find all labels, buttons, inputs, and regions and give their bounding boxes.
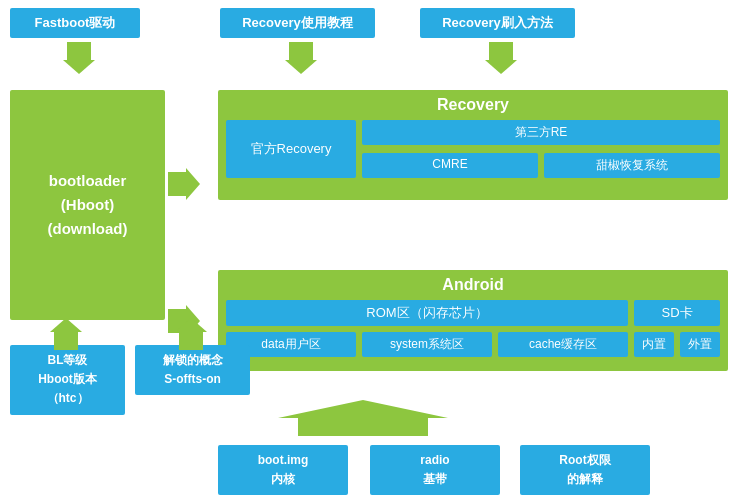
diagram: Fastboot驱动 Recovery使用教程 Recovery刷入方法 boo…	[0, 0, 742, 503]
recovery-title: Recovery	[226, 96, 720, 114]
arrow-flash-down	[485, 42, 517, 74]
wide-arrow-up	[278, 400, 448, 436]
android-section: Android ROM区（闪存芯片） data用户区 system系统区 cac…	[218, 270, 728, 371]
sweet-pepper-box: 甜椒恢复系统	[544, 153, 720, 178]
official-recovery-box: 官方Recovery	[226, 120, 356, 178]
download-label: (download)	[48, 217, 128, 241]
recovery-inner: 官方Recovery 第三方RE CMRE 甜椒恢复系统	[226, 120, 720, 178]
third-re-label: 第三方RE	[362, 120, 720, 145]
fastboot-button[interactable]: Fastboot驱动	[10, 8, 140, 38]
root-box[interactable]: Root权限 的解释	[520, 445, 650, 495]
arrow-bl-up	[50, 318, 82, 350]
recovery-tutorial-button[interactable]: Recovery使用教程	[220, 8, 375, 38]
bootloader-label: bootloader	[49, 169, 127, 193]
external-storage: 外置	[680, 332, 720, 357]
internal-storage: 内置	[634, 332, 674, 357]
radio-box[interactable]: radio 基带	[370, 445, 500, 495]
hboot-label: (Hboot)	[61, 193, 114, 217]
third-re-section: 第三方RE CMRE 甜椒恢复系统	[362, 120, 720, 178]
arrow-fastboot-down	[63, 42, 95, 74]
sd-label: SD卡	[634, 300, 720, 326]
bl-grade-box[interactable]: BL等级 Hboot版本 （htc）	[10, 345, 125, 415]
android-title: Android	[226, 276, 720, 294]
recovery-flash-button[interactable]: Recovery刷入方法	[420, 8, 575, 38]
arrow-unlock-up	[175, 318, 207, 350]
unlock-concept-box[interactable]: 解锁的概念 S-offts-on	[135, 345, 250, 395]
system-area: system系统区	[362, 332, 492, 357]
recovery-section: Recovery 官方Recovery 第三方RE CMRE 甜椒恢复系统	[218, 90, 728, 200]
arrow-tutorial-down	[285, 42, 317, 74]
cache-area: cache缓存区	[498, 332, 628, 357]
bootloader-box: bootloader (Hboot) (download)	[10, 90, 165, 320]
cmre-box: CMRE	[362, 153, 538, 178]
arrow-bootloader-recovery	[168, 168, 204, 200]
rom-label: ROM区（闪存芯片）	[226, 300, 628, 326]
boot-img-box[interactable]: boot.img 内核	[218, 445, 348, 495]
